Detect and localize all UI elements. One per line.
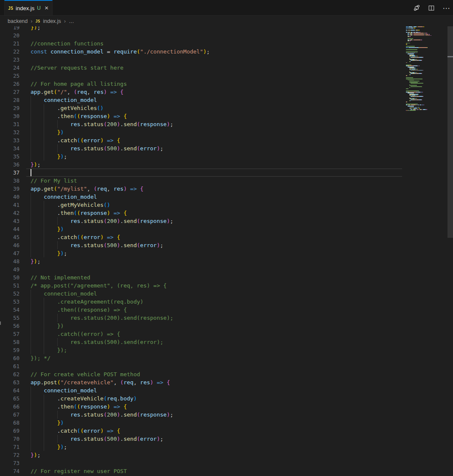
- code-line-44[interactable]: 44 }): [0, 225, 404, 233]
- code-line-30[interactable]: 30 .then((response) => {: [0, 112, 404, 120]
- code-line-47[interactable]: 47 });: [0, 249, 404, 257]
- code-line-46[interactable]: 46 res.status(500).send(error);: [0, 241, 404, 249]
- code-line-42[interactable]: 42 .then((response) => {: [0, 209, 404, 217]
- code-editor[interactable]: 19});2021//connection functions22const c…: [0, 23, 404, 475]
- code-token: catch: [60, 234, 77, 240]
- code-line-23[interactable]: 23: [0, 56, 404, 64]
- code-text: }): [31, 225, 64, 233]
- code-token: ): [123, 186, 127, 192]
- code-line-35[interactable]: 35 });: [0, 152, 404, 161]
- code-line-32[interactable]: 32 }): [0, 128, 404, 136]
- code-line-31[interactable]: 31 res.status(200).send(response);: [0, 120, 404, 128]
- minimap-segment: [406, 110, 406, 111]
- close-tab-icon[interactable]: ✕: [45, 5, 49, 11]
- minimap[interactable]: [404, 23, 447, 476]
- scrollbar-thumb[interactable]: [447, 23, 453, 238]
- code-line-51[interactable]: 51/* app.post("/agreement", (req, res) =…: [0, 282, 404, 290]
- code-line-60[interactable]: 60}); */: [0, 354, 404, 362]
- line-number: 56: [0, 322, 20, 330]
- code-line-43[interactable]: 43 res.status(200).send(response);: [0, 217, 404, 225]
- code-line-59[interactable]: 59 });: [0, 346, 404, 354]
- javascript-file-icon: JS: [36, 19, 40, 23]
- code-line-53[interactable]: 53 .createAgreement(req.body): [0, 298, 404, 306]
- code-line-65[interactable]: 65 .createVehicle(req.body): [0, 394, 404, 403]
- code-line-58[interactable]: 58 res.status(500).send(error);: [0, 338, 404, 346]
- code-token: // For home page all listings: [31, 81, 127, 87]
- code-token: "/createvehicle": [60, 379, 113, 386]
- code-line-68[interactable]: 68 }): [0, 419, 404, 427]
- code-token: [103, 428, 107, 434]
- code-line-45[interactable]: 45 .catch((error) => {: [0, 233, 404, 241]
- code-line-73[interactable]: 73: [0, 459, 404, 467]
- code-token: res: [70, 121, 80, 127]
- code-line-39[interactable]: 39app.get("/mylist", (req, res) => {: [0, 185, 404, 193]
- code-token: .createAgreement(req.body): [57, 299, 144, 305]
- code-line-74[interactable]: 74// For register new user POST: [0, 467, 404, 475]
- code-token: ;: [64, 153, 67, 160]
- line-number: 69: [0, 427, 20, 435]
- code-token: error: [84, 234, 100, 240]
- code-line-41[interactable]: 41 .getMyVehicles(): [0, 201, 404, 209]
- code-line-48[interactable]: 48});: [0, 257, 404, 265]
- code-line-49[interactable]: 49: [0, 265, 404, 273]
- code-line-27[interactable]: 27app.get("/", (req, res) => {: [0, 88, 404, 96]
- more-actions-icon[interactable]: ⋯: [442, 4, 450, 12]
- code-line-36[interactable]: 36});: [0, 161, 404, 169]
- code-line-57[interactable]: 57 .catch((error) => {: [0, 330, 404, 338]
- code-line-66[interactable]: 66 .then((response) => {: [0, 403, 404, 411]
- code-token: ,: [87, 89, 94, 95]
- code-line-63[interactable]: 63app.post("/createvehicle", (req, res) …: [0, 378, 404, 386]
- code-line-29[interactable]: 29 .getVehicles(): [0, 104, 404, 112]
- tab-label: index.js: [16, 5, 34, 11]
- code-line-20[interactable]: 20: [0, 31, 404, 39]
- code-line-40[interactable]: 40 connection_model: [0, 193, 404, 201]
- code-line-61[interactable]: 61: [0, 362, 404, 370]
- code-line-38[interactable]: 38// For My list: [0, 177, 404, 185]
- code-line-69[interactable]: 69 .catch((error) => {: [0, 427, 404, 435]
- code-token: (: [103, 218, 107, 224]
- breadcrumb-item-backend[interactable]: backend: [8, 18, 28, 24]
- code-line-21[interactable]: 21//connection functions: [0, 39, 404, 48]
- code-line-25[interactable]: 25: [0, 72, 404, 80]
- code-line-72[interactable]: 72});: [0, 451, 404, 459]
- split-editor-icon[interactable]: [427, 4, 436, 12]
- code-line-28[interactable]: 28 connection_model: [0, 96, 404, 104]
- code-line-67[interactable]: 67 res.status(200).send(response);: [0, 411, 404, 419]
- code-line-33[interactable]: 33 .catch((error) => {: [0, 136, 404, 144]
- line-number: 20: [0, 31, 20, 39]
- code-line-37[interactable]: 37: [0, 169, 404, 177]
- breadcrumb-item-file[interactable]: index.js: [43, 18, 61, 24]
- code-token: [103, 137, 107, 144]
- code-token: connection_model: [50, 48, 103, 55]
- code-line-22[interactable]: 22const connection_model = require("./co…: [0, 48, 404, 56]
- code-token: [47, 48, 50, 55]
- code-text: }); */: [31, 354, 50, 362]
- code-line-64[interactable]: 64 connection_model: [0, 386, 404, 394]
- code-line-52[interactable]: 52 connection_model: [0, 290, 404, 298]
- text-cursor: [31, 169, 31, 176]
- code-line-55[interactable]: 55 res.status(200).send(response);: [0, 314, 404, 322]
- code-line-56[interactable]: 56 }): [0, 322, 404, 330]
- code-line-26[interactable]: 26// For home page all listings: [0, 80, 404, 88]
- code-token: [114, 428, 117, 434]
- code-line-34[interactable]: 34 res.status(500).send(error);: [0, 144, 404, 152]
- breadcrumb-item-symbol[interactable]: …: [69, 18, 74, 24]
- git-compare-icon[interactable]: [412, 4, 421, 12]
- code-line-54[interactable]: 54 .then((response) => {: [0, 306, 404, 314]
- code-line-24[interactable]: 24//Server requests start here: [0, 64, 404, 72]
- code-token: req: [123, 379, 133, 386]
- code-text: });: [31, 443, 67, 451]
- line-number: 61: [0, 362, 20, 370]
- code-line-71[interactable]: 71 });: [0, 443, 404, 451]
- code-token: [110, 403, 114, 410]
- code-token: .: [120, 411, 123, 418]
- code-token: ): [103, 89, 107, 95]
- code-line-70[interactable]: 70 res.status(500).send(error);: [0, 435, 404, 443]
- code-token: }: [31, 258, 34, 265]
- line-number: 74: [0, 467, 20, 475]
- code-token: response: [140, 411, 167, 418]
- tab-index-js[interactable]: JS index.js U ✕: [4, 0, 53, 15]
- javascript-file-icon: JS: [8, 6, 13, 11]
- code-line-50[interactable]: 50// Not implemented: [0, 273, 404, 282]
- code-line-62[interactable]: 62// For create vehicle POST method: [0, 370, 404, 378]
